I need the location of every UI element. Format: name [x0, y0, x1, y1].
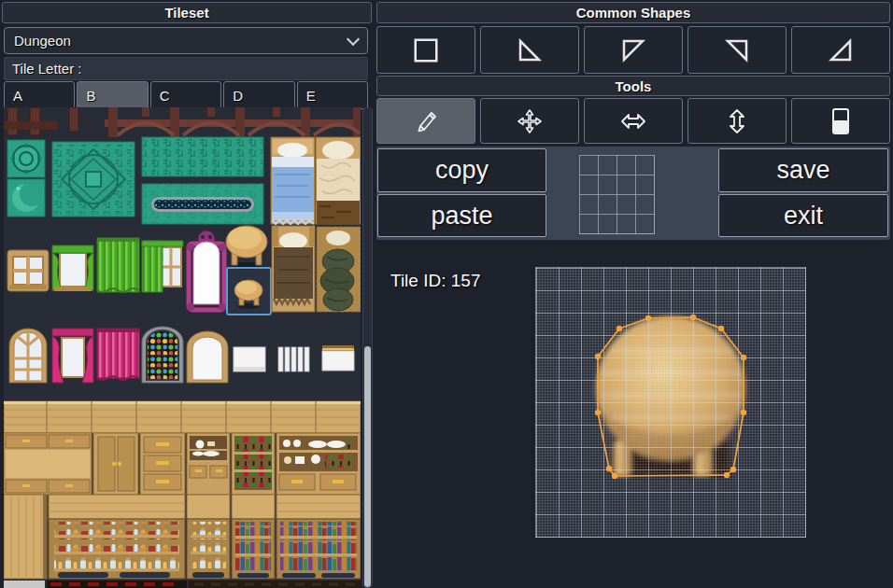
- triangle-top-right-shape-icon: [723, 36, 751, 64]
- white-slat-blind-tile[interactable]: [278, 347, 309, 371]
- collision-polygon-layer[interactable]: [535, 267, 806, 538]
- horizontal-arrows-icon: [619, 109, 647, 133]
- triangle-bottom-right-shape-icon: [827, 36, 855, 64]
- tileset-dropdown-value: Dungeon: [14, 33, 71, 49]
- magic-circle-tile[interactable]: [52, 142, 135, 217]
- cabinet-tiles[interactable]: [4, 433, 138, 495]
- glowing-trough-tile[interactable]: [142, 184, 263, 224]
- tileset-dropdown[interactable]: Dungeon: [4, 27, 368, 54]
- copy-button[interactable]: copy: [377, 148, 546, 192]
- brown-bed-tile[interactable]: [272, 226, 315, 312]
- jar-shelf-tile[interactable]: [187, 495, 230, 579]
- bookshelf-tile[interactable]: [232, 495, 275, 579]
- wood-window-tile[interactable]: [7, 250, 49, 291]
- rune-circle-tile[interactable]: [7, 140, 45, 177]
- tab-letter-e[interactable]: E: [297, 81, 368, 109]
- tab-letter-c[interactable]: C: [150, 81, 221, 109]
- square-shape-icon: [412, 36, 440, 64]
- tile-letter-label: Tile Letter :: [4, 57, 368, 80]
- move-tool-button[interactable]: [480, 98, 579, 144]
- save-button[interactable]: save: [718, 148, 888, 192]
- arched-window-tile[interactable]: [9, 329, 47, 383]
- tile-collision-editor-window: Tileset Dungeon Tile Letter : A B C D E: [0, 0, 893, 588]
- hieroglyph-panel-tile[interactable]: [142, 137, 263, 176]
- small-table-tile-selected[interactable]: [227, 268, 271, 315]
- wood-panel-tile[interactable]: [4, 495, 47, 579]
- dish-shelf-tile[interactable]: [276, 433, 361, 495]
- drawer-chest-tile[interactable]: [140, 433, 185, 495]
- wide-bookshelf-tile[interactable]: [276, 495, 361, 579]
- triangle-bottom-left-shape-icon: [516, 36, 544, 64]
- shape-square-button[interactable]: [376, 26, 475, 74]
- green-curtain-window-tile[interactable]: [52, 245, 93, 291]
- action-panel: copy paste save exit: [376, 147, 890, 240]
- toy-shelf-tile[interactable]: [49, 495, 185, 579]
- pink-curtain-tile[interactable]: [97, 329, 139, 380]
- white-blind-tile[interactable]: [234, 347, 265, 371]
- round-table-tile[interactable]: [226, 226, 267, 270]
- dish-hutch-tile[interactable]: [187, 433, 230, 495]
- tileset-header: Tileset: [2, 2, 372, 23]
- tools-header: Tools: [376, 76, 890, 96]
- exit-button[interactable]: exit: [718, 194, 888, 237]
- ornate-mirror-tile[interactable]: [187, 231, 226, 311]
- stretch-vertical-tool-button[interactable]: [687, 98, 787, 144]
- common-shapes-header: Common Shapes: [376, 2, 890, 23]
- tile-preview-grid: [579, 155, 655, 234]
- half-tile-icon: [828, 107, 854, 135]
- partial-tile-row[interactable]: [4, 581, 361, 588]
- tab-letter-d[interactable]: D: [223, 81, 294, 109]
- move-icon: [517, 108, 543, 134]
- stretch-horizontal-tool-button[interactable]: [584, 98, 683, 144]
- tab-letter-a[interactable]: A: [4, 81, 75, 109]
- half-tile-tool-button[interactable]: [791, 98, 890, 144]
- tab-letter-b[interactable]: B: [77, 81, 148, 109]
- pink-curtain-window-tile[interactable]: [52, 329, 93, 383]
- pencil-icon: [413, 108, 439, 134]
- rune-crescent-tile[interactable]: [7, 179, 45, 217]
- collision-polygon[interactable]: [598, 317, 744, 476]
- triangle-top-left-shape-icon: [619, 36, 647, 64]
- shape-triangle-bottom-left-button[interactable]: [480, 26, 579, 74]
- green-curtain-tile[interactable]: [97, 238, 139, 292]
- tileset-scrollbar-thumb[interactable]: [364, 346, 371, 587]
- blue-bed-tile[interactable]: [271, 137, 315, 224]
- shape-triangle-top-left-button[interactable]: [584, 26, 683, 74]
- tileset-scrollbar[interactable]: [362, 107, 373, 588]
- tileset-image[interactable]: [4, 107, 361, 588]
- wine-rack-tile[interactable]: [232, 433, 275, 495]
- shape-triangle-top-right-button[interactable]: [687, 26, 787, 74]
- collision-edit-canvas[interactable]: [535, 267, 806, 538]
- bedroll-tile[interactable]: [317, 227, 361, 312]
- wood-beams[interactable]: [4, 107, 361, 137]
- stained-glass-window-tile[interactable]: [142, 327, 183, 383]
- pencil-tool-button[interactable]: [376, 98, 475, 144]
- arched-white-window-tile[interactable]: [187, 331, 228, 383]
- tile-id-label: Tile ID: 157: [390, 271, 480, 291]
- white-shade-tile[interactable]: [322, 345, 354, 371]
- green-curtain-open-tile[interactable]: [142, 241, 183, 292]
- paste-button[interactable]: paste: [377, 194, 546, 237]
- chevron-down-icon: [347, 32, 360, 45]
- shape-triangle-bottom-right-button[interactable]: [791, 26, 890, 74]
- kitchen-counter-tiles[interactable]: [4, 401, 361, 433]
- vertical-arrows-icon: [725, 107, 749, 135]
- cream-bed-tile[interactable]: [316, 137, 361, 224]
